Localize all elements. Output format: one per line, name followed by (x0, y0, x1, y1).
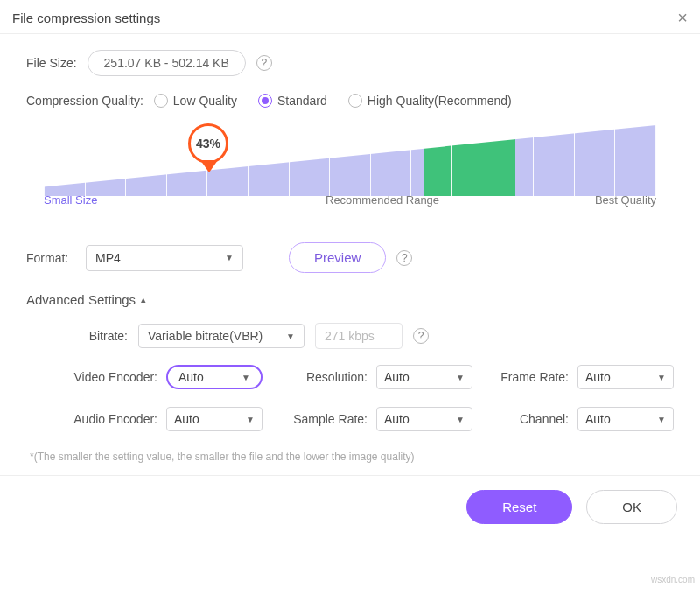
help-icon[interactable]: ? (413, 328, 429, 344)
ok-button[interactable]: OK (586, 490, 677, 524)
quality-row: Compression Quality: Low Quality Standar… (26, 94, 674, 108)
pin-tail-icon (200, 160, 218, 172)
advanced-footnote: *(The smaller the setting value, the sma… (30, 451, 674, 463)
channel-label: Channel: (472, 412, 578, 426)
bitrate-mode-select[interactable]: Variable bitrate(VBR) ▼ (138, 324, 304, 348)
slider-track (44, 125, 656, 202)
frame-rate-label: Frame Rate: (472, 370, 578, 384)
help-icon[interactable]: ? (256, 55, 272, 71)
audio-encoder-select[interactable]: Auto ▼ (166, 407, 262, 431)
titlebar: File compression settings × (0, 0, 700, 34)
format-value: MP4 (95, 251, 121, 265)
preview-button[interactable]: Preview (289, 242, 386, 273)
sample-rate-select[interactable]: Auto ▼ (376, 407, 472, 431)
video-encoder-value: Auto (178, 370, 204, 384)
resolution-value: Auto (384, 370, 410, 384)
bitrate-mode-value: Variable bitrate(VBR) (148, 329, 262, 343)
resolution-label: Resolution: (262, 370, 376, 384)
radio-icon (258, 94, 272, 108)
dialog-footer: Reset OK (0, 475, 700, 542)
radio-icon (154, 94, 168, 108)
sample-rate-label: Sample Rate: (262, 412, 376, 426)
chevron-down-icon: ▼ (456, 415, 465, 424)
quality-standard-label: Standard (277, 94, 327, 108)
quality-low-label: Low Quality (173, 94, 237, 108)
chevron-up-icon: ▴ (141, 294, 146, 305)
slider-best-label: Best Quality (595, 193, 656, 206)
quality-option-standard[interactable]: Standard (258, 94, 327, 108)
slider-small-label: Small Size (44, 193, 97, 206)
video-encoder-label: Video Encoder: (52, 370, 166, 384)
window-title: File compression settings (12, 10, 160, 25)
channel-value: Auto (585, 412, 611, 426)
sample-rate-value: Auto (384, 412, 410, 426)
chevron-down-icon: ▼ (246, 415, 255, 424)
chevron-down-icon: ▼ (456, 373, 465, 382)
file-size-row: File Size: 251.07 KB - 502.14 KB ? (26, 50, 674, 76)
advanced-settings-toggle[interactable]: Advanced Settings ▴ (26, 292, 674, 307)
slider-recommended-label: Recommended Range (326, 193, 439, 206)
compression-slider[interactable]: 43% Small Size Recommended Range Best Qu… (44, 125, 656, 221)
quality-option-low[interactable]: Low Quality (154, 94, 237, 108)
slider-handle[interactable]: 43% (188, 123, 230, 176)
format-row: Format: MP4 ▼ Preview ? (26, 242, 674, 273)
compression-dialog: File compression settings × File Size: 2… (0, 0, 700, 542)
bitrate-input[interactable]: 271 kbps (315, 323, 402, 349)
file-size-label: File Size: (26, 56, 77, 70)
quality-high-label: High Quality(Recommend) (368, 94, 512, 108)
chevron-down-icon: ▼ (657, 373, 666, 382)
audio-encoder-value: Auto (174, 412, 200, 426)
advanced-header-label: Advanced Settings (26, 292, 136, 307)
frame-rate-value: Auto (585, 370, 611, 384)
bitrate-label: Bitrate: (79, 329, 128, 343)
quality-option-high[interactable]: High Quality(Recommend) (348, 94, 512, 108)
reset-button[interactable]: Reset (466, 490, 572, 524)
format-select[interactable]: MP4 ▼ (86, 245, 243, 271)
radio-icon (348, 94, 362, 108)
resolution-select[interactable]: Auto ▼ (376, 365, 472, 389)
close-icon[interactable]: × (677, 9, 688, 26)
chevron-down-icon: ▼ (225, 253, 234, 262)
dialog-content: File Size: 251.07 KB - 502.14 KB ? Compr… (0, 34, 700, 475)
chevron-down-icon: ▼ (286, 332, 295, 341)
advanced-grid: Video Encoder: Auto ▼ Resolution: Auto ▼… (52, 365, 674, 431)
audio-encoder-label: Audio Encoder: (52, 412, 166, 426)
slider-value: 43% (188, 123, 228, 164)
chevron-down-icon: ▼ (657, 415, 666, 424)
bitrate-placeholder: 271 kbps (325, 329, 374, 343)
format-label: Format: (26, 251, 75, 265)
quality-label: Compression Quality: (26, 94, 144, 108)
quality-radio-group: Low Quality Standard High Quality(Recomm… (154, 94, 512, 108)
channel-select[interactable]: Auto ▼ (578, 407, 674, 431)
chevron-down-icon: ▼ (242, 373, 250, 382)
bitrate-row: Bitrate: Variable bitrate(VBR) ▼ 271 kbp… (79, 323, 674, 349)
help-icon[interactable]: ? (396, 250, 412, 266)
video-encoder-select[interactable]: Auto ▼ (166, 365, 262, 389)
frame-rate-select[interactable]: Auto ▼ (578, 365, 674, 389)
slider-labels: Small Size Recommended Range Best Qualit… (44, 193, 656, 206)
file-size-value[interactable]: 251.07 KB - 502.14 KB (88, 50, 246, 76)
